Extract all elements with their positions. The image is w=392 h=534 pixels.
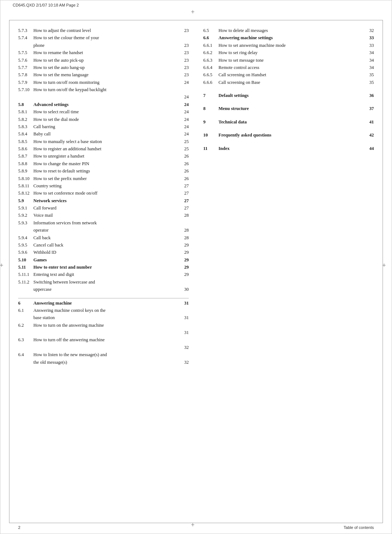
toc-row-511: 5.11 How to enter text and number 29 (18, 264, 189, 271)
toc-page: 41 (366, 119, 374, 126)
toc-page: 24 (181, 79, 189, 86)
toc-row-59: 5.9 Network services 27 (18, 197, 189, 204)
toc-page: 26 (181, 175, 189, 182)
toc-title: Call screening on Handset (219, 72, 366, 78)
toc-title: How to set the prefix number (33, 175, 181, 182)
toc-num: 5.8.1 (18, 109, 33, 115)
toc-page: 44 (366, 145, 374, 152)
toc-num: 7 (203, 92, 219, 99)
toc-row-591: 5.9.1 Call forward 27 (18, 205, 189, 212)
toc-page: 28 (181, 212, 189, 219)
toc-title: Country setting (33, 183, 181, 189)
toc-row-5810: 5.8.10 How to set the prefix number 26 (18, 175, 189, 182)
toc-num: 5.11 (18, 264, 33, 271)
toc-cont-593: operator 28 (18, 227, 189, 234)
toc-row-581: 5.8.1 How to select recall time 24 (18, 109, 189, 115)
toc-title: How to set the auto hang-up (33, 64, 181, 71)
toc-num: 5.9.4 (18, 235, 33, 241)
toc-page: 33 (366, 34, 374, 41)
section-divider (18, 298, 189, 298)
spacer-8b (203, 102, 374, 105)
toc-cont-63: 32 (18, 344, 189, 351)
toc-title: Games (33, 257, 181, 264)
cross-left-icon (1, 264, 8, 271)
toc-cont-61: base station 31 (18, 314, 189, 321)
toc-row-8: 8 Menu structure 37 (203, 105, 374, 112)
toc-row-510: 5.10 Games 29 (18, 257, 189, 264)
toc-cont-text: operator (33, 227, 181, 234)
spacer-7b (203, 89, 374, 92)
toc-cont-text: the old message(s) (33, 359, 181, 366)
toc-title: How to listen to the new message(s) and (33, 351, 181, 358)
toc-title: Menu structure (219, 105, 366, 112)
toc-cont-5710: 24 (18, 94, 189, 101)
toc-page: 23 (181, 64, 189, 71)
toc-title: Answering machine settings (219, 34, 366, 41)
left-column: 5.7.3 How to adjust the contrast level 2… (18, 27, 189, 512)
toc-page: 26 (181, 153, 189, 160)
toc-num: 5.7.4 (18, 34, 33, 41)
toc-num: 5.8.10 (18, 175, 33, 182)
toc-num: 5.9 (18, 197, 33, 204)
toc-title: Voice mail (33, 212, 181, 219)
toc-row-7: 7 Default settings 36 (203, 92, 374, 99)
section-label: Table of contents (344, 525, 374, 530)
toc-title: How to select recall time (33, 109, 181, 115)
toc-row-64: 6.4 How to listen to the new message(s) … (18, 351, 189, 358)
toc-row-11: 11 Index 44 (203, 145, 374, 152)
toc-num: 6.2 (18, 322, 33, 329)
toc-num: 5.7.3 (18, 27, 33, 34)
toc-page: 30 (181, 286, 189, 293)
spacer-before-6 (18, 294, 189, 297)
toc-cont-text: phone (33, 42, 181, 49)
toc-page: 24 (181, 109, 189, 115)
toc-num: 6 (18, 300, 33, 307)
toc-page: 24 (181, 94, 189, 101)
toc-row-576: 5.7.6 How to set the auto pick-up 23 (18, 57, 189, 64)
toc-title: Withhold ID (33, 249, 181, 256)
spacer-11b (203, 142, 374, 145)
toc-row-58: 5.8 Advanced settings 24 (18, 101, 189, 108)
toc-num: 5.7.8 (18, 72, 33, 78)
toc-num: 5.9.5 (18, 242, 33, 249)
toc-title: Remote control access (219, 64, 366, 71)
toc-title: How to set the colour theme of your (33, 34, 181, 41)
toc-title: Frequently asked questions (219, 132, 366, 139)
toc-num: 5.8.5 (18, 138, 33, 145)
spacer-9b (203, 116, 374, 119)
toc-title: How to set the dial mode (33, 116, 181, 123)
toc-num: 6.6.5 (203, 72, 219, 78)
right-column: 6.5 How to delete all messages 32 6.6 An… (203, 27, 374, 512)
toc-title: Call forward (33, 205, 181, 212)
toc-row-61: 6.1 Answering machine control keys on th… (18, 307, 189, 314)
toc-page: 29 (181, 264, 189, 271)
toc-page: 23 (181, 42, 189, 49)
toc-page: 25 (181, 146, 189, 152)
toc-title: Entering text and digit (33, 271, 181, 278)
toc-page: 34 (366, 64, 374, 71)
toc-row-586: 5.8.6 How to register an additional hand… (18, 146, 189, 152)
toc-title: How to reset to default settings (33, 168, 181, 175)
toc-title: How to turn off the answering machine (33, 337, 181, 343)
toc-title: How to set ring delay (219, 49, 366, 56)
toc-cont-574: phone 23 (18, 42, 189, 49)
toc-page: 27 (181, 197, 189, 204)
toc-row-596: 5.9.6 Withhold ID 29 (18, 249, 189, 256)
toc-row-664: 6.6.4 Remote control access 34 (203, 64, 374, 71)
toc-num: 5.8.11 (18, 183, 33, 189)
page-header: CD645.QXD 2/1/07 10:18 AM Page 2 (13, 3, 79, 7)
toc-title: Answering machine (33, 300, 181, 307)
toc-title: How to delete all messages (219, 27, 366, 34)
toc-title: Network services (33, 197, 181, 204)
toc-title: How to set the menu language (33, 72, 181, 78)
toc-row-574: 5.7.4 How to set the colour theme of you… (18, 34, 189, 41)
toc-row-589: 5.8.9 How to reset to default settings 2… (18, 168, 189, 175)
toc-title: How to enter text and number (33, 264, 181, 271)
toc-num: 5.7.5 (18, 49, 33, 56)
toc-row-666: 6.6.6 Call screening on Base 35 (203, 79, 374, 86)
toc-page: 31 (181, 314, 189, 321)
toc-page: 27 (181, 190, 189, 197)
spacer-8 (203, 99, 374, 102)
toc-page: 31 (181, 329, 189, 336)
toc-row-592: 5.9.2 Voice mail 28 (18, 212, 189, 219)
